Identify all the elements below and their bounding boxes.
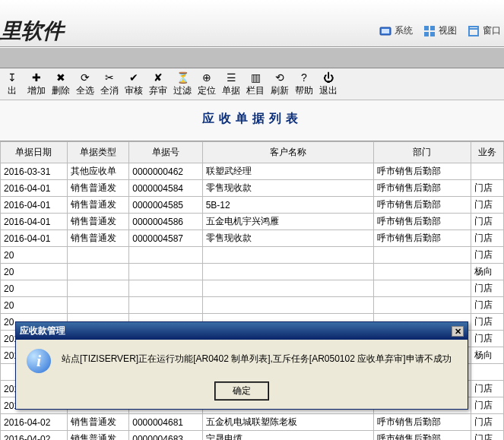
table-row[interactable]: 2016-04-02销售普通发0000004681五金机电城联塑陈老板呼市销售后…: [1, 414, 504, 431]
cell[interactable]: 呼市销售后勤部: [373, 197, 471, 214]
cell[interactable]: 门店: [471, 214, 504, 230]
toolbtn-栏目[interactable]: ▥栏目: [243, 68, 268, 100]
cell[interactable]: 2016-04-01: [1, 180, 68, 197]
cell[interactable]: [67, 297, 128, 314]
cell[interactable]: 门店: [471, 314, 504, 331]
menu-view[interactable]: 视图: [423, 24, 457, 37]
cell[interactable]: 销售普通发: [67, 414, 128, 431]
close-icon[interactable]: ✕: [452, 326, 464, 337]
toolbtn-审核[interactable]: ✔审核: [122, 68, 146, 100]
cell[interactable]: 销售普通发: [67, 230, 128, 247]
cell[interactable]: 2016-04-01: [1, 230, 68, 247]
cell[interactable]: [373, 297, 471, 314]
cell[interactable]: 0000004584: [129, 180, 202, 197]
cell[interactable]: 20: [1, 264, 68, 280]
cell[interactable]: 门店: [471, 280, 504, 297]
toolbtn-定位[interactable]: ⊕定位: [195, 68, 219, 100]
toolbtn-全消[interactable]: ✂全消: [97, 68, 122, 100]
cell[interactable]: 2016-04-01: [1, 197, 68, 214]
cell[interactable]: 0000004681: [129, 414, 202, 431]
toolbtn-过滤[interactable]: ⏳过滤: [170, 68, 195, 100]
cell[interactable]: [67, 280, 128, 297]
cell[interactable]: 销售普通发: [67, 180, 128, 197]
cell[interactable]: 呼市销售后勤部: [373, 163, 471, 180]
toolbtn-弃审[interactable]: ✘弃审: [146, 68, 170, 100]
cell[interactable]: 0000004683: [129, 431, 202, 441]
table-row[interactable]: 20门店: [1, 280, 504, 297]
cell[interactable]: [202, 280, 373, 297]
cell[interactable]: 2016-04-01: [1, 214, 68, 230]
cell[interactable]: 门店: [471, 381, 504, 397]
menu-system[interactable]: 系统: [379, 24, 413, 37]
cell[interactable]: [373, 247, 471, 264]
col-no[interactable]: 单据号: [129, 142, 202, 163]
toolbtn-退出[interactable]: ⏻退出: [316, 68, 341, 100]
toolbtn-刷新[interactable]: ⟲刷新: [268, 68, 292, 100]
cell[interactable]: 门店: [471, 397, 504, 414]
col-type[interactable]: 单据类型: [67, 142, 128, 163]
cell[interactable]: [67, 264, 128, 280]
toolbtn-出[interactable]: ↧出: [0, 68, 24, 100]
table-row[interactable]: 2016-04-01销售普通发00000045855B-12呼市销售后勤部门店: [1, 197, 504, 214]
cell[interactable]: 宁晟电缆: [202, 431, 373, 441]
table-row[interactable]: 20门店: [1, 247, 504, 264]
cell[interactable]: 0000004587: [129, 230, 202, 247]
toolbtn-单据[interactable]: ☰单据: [219, 68, 243, 100]
col-biz[interactable]: 业务: [471, 142, 504, 163]
cell[interactable]: 2016-03-31: [1, 163, 68, 180]
cell[interactable]: 呼市销售后勤部: [373, 230, 471, 247]
cell[interactable]: 五金机电城联塑陈老板: [202, 414, 373, 431]
cell[interactable]: [202, 247, 373, 264]
cell[interactable]: 杨向: [471, 347, 504, 364]
cell[interactable]: [471, 364, 504, 381]
table-row[interactable]: 2016-03-31其他应收单0000000462联塑武经理呼市销售后勤部: [1, 163, 504, 180]
cell[interactable]: 20: [1, 297, 68, 314]
cell[interactable]: 呼市销售后勤部: [373, 180, 471, 197]
cell[interactable]: 门店: [471, 414, 504, 431]
cell[interactable]: 其他应收单: [67, 163, 128, 180]
cell[interactable]: 门店: [471, 331, 504, 347]
table-row[interactable]: 2016-04-01销售普通发0000004584零售现收款呼市销售后勤部门店: [1, 180, 504, 197]
cell[interactable]: [471, 163, 504, 180]
col-dept[interactable]: 部门: [373, 142, 471, 163]
cell[interactable]: [129, 280, 202, 297]
cell[interactable]: [129, 264, 202, 280]
cell[interactable]: 联塑武经理: [202, 163, 373, 180]
col-date[interactable]: 单据日期: [1, 142, 68, 163]
toolbtn-删除[interactable]: ✖删除: [49, 68, 73, 100]
cell[interactable]: [202, 297, 373, 314]
cell[interactable]: 门店: [471, 197, 504, 214]
toolbtn-全选[interactable]: ⟳全选: [73, 68, 97, 100]
cell[interactable]: 2016-04-02: [1, 431, 68, 441]
cell[interactable]: 2016-04-02: [1, 414, 68, 431]
cell[interactable]: 门店: [471, 297, 504, 314]
cell[interactable]: 零售现收款: [202, 180, 373, 197]
table-row[interactable]: 2016-04-01销售普通发0000004587零售现收款呼市销售后勤部门店: [1, 230, 504, 247]
toolbtn-增加[interactable]: ✚增加: [24, 68, 49, 100]
cell[interactable]: [67, 247, 128, 264]
cell[interactable]: [202, 264, 373, 280]
cell[interactable]: 20: [1, 280, 68, 297]
cell[interactable]: 五金电机宇兴鸿雁: [202, 214, 373, 230]
cell[interactable]: 杨向: [471, 264, 504, 280]
table-row[interactable]: 2016-04-02销售普通发0000004683宁晟电缆呼市销售后勤部门店: [1, 431, 504, 441]
cell[interactable]: 零售现收款: [202, 230, 373, 247]
cell[interactable]: 20: [1, 247, 68, 264]
cell[interactable]: 门店: [471, 230, 504, 247]
cell[interactable]: [129, 297, 202, 314]
col-cust[interactable]: 客户名称: [202, 142, 373, 163]
cell[interactable]: 销售普通发: [67, 197, 128, 214]
cell[interactable]: 呼市销售后勤部: [373, 214, 471, 230]
table-row[interactable]: 2016-04-01销售普通发0000004586五金电机宇兴鸿雁呼市销售后勤部…: [1, 214, 504, 230]
table-row[interactable]: 20门店: [1, 297, 504, 314]
cell[interactable]: 门店: [471, 431, 504, 441]
cell[interactable]: 呼市销售后勤部: [373, 414, 471, 431]
cell[interactable]: [373, 280, 471, 297]
cell[interactable]: 门店: [471, 180, 504, 197]
cell[interactable]: 销售普通发: [67, 431, 128, 441]
cell[interactable]: [129, 247, 202, 264]
menu-window[interactable]: 窗口: [468, 24, 501, 37]
cell[interactable]: 门店: [471, 247, 504, 264]
cell[interactable]: 5B-12: [202, 197, 373, 214]
cell[interactable]: 0000004585: [129, 197, 202, 214]
